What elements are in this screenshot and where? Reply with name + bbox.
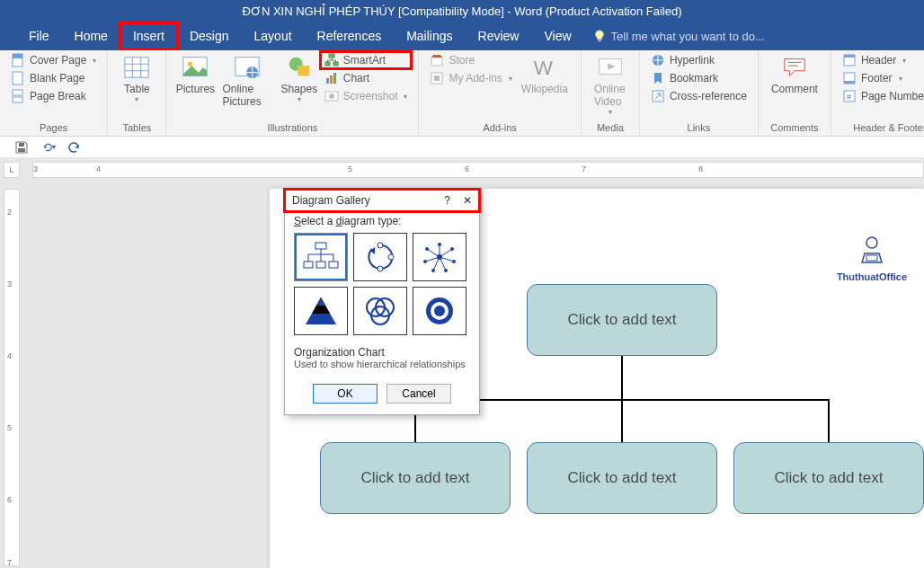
blank-page[interactable]: Blank Page <box>7 70 100 86</box>
table-button[interactable]: Table▾ <box>115 52 158 103</box>
vertical-ruler[interactable]: 2 3 4 5 6 7 <box>4 189 20 566</box>
smartart-node-top[interactable]: Click to add text <box>527 284 717 356</box>
comment-button[interactable]: Comment <box>766 52 823 95</box>
hruler-tick: 8 <box>698 164 703 173</box>
svg-point-55 <box>378 243 383 248</box>
page-break[interactable]: Page Break <box>7 88 100 104</box>
logo-text: ThuthuatOffice <box>829 271 915 282</box>
undo-button[interactable]: ▾ <box>41 140 56 155</box>
svg-point-69 <box>444 269 448 272</box>
watermark-logo: ThuthuatOffice <box>829 234 915 282</box>
bookmark-button[interactable]: Bookmark <box>647 70 751 86</box>
chart-button[interactable]: Chart <box>321 70 412 86</box>
diagram-type-venn[interactable] <box>353 287 407 335</box>
online-pictures-button[interactable]: Online Pictures <box>217 52 277 108</box>
svg-point-24 <box>329 93 334 99</box>
group-pages: Cover Page▾ Blank Page Page Break Pages <box>0 50 108 136</box>
tab-home[interactable]: Home <box>62 23 120 49</box>
document-area: L 3 4 5 6 7 8 2 3 4 5 6 7 ThuthuatOffice… <box>0 158 924 568</box>
shapes-button[interactable]: Shapes▾ <box>278 52 321 103</box>
diagram-type-cycle[interactable] <box>353 233 407 281</box>
svg-rect-6 <box>125 58 148 78</box>
connector <box>828 399 830 442</box>
dialog-help-button[interactable]: ? <box>444 194 450 207</box>
svg-rect-2 <box>13 54 22 58</box>
group-addins: Store My Add-ins▾ WWikipedia Add-ins <box>419 50 581 136</box>
svg-rect-36 <box>844 81 855 84</box>
group-illustrations-label: Illustrations <box>173 122 411 136</box>
horizontal-ruler[interactable]: 3 4 5 6 7 8 <box>32 162 924 178</box>
svg-line-65 <box>427 249 440 257</box>
svg-rect-18 <box>325 62 330 66</box>
page-number-button[interactable]: #Page Number▾ <box>839 88 924 104</box>
svg-point-56 <box>388 254 394 260</box>
diagram-type-radial[interactable] <box>413 233 466 281</box>
tab-layout[interactable]: Layout <box>242 23 305 49</box>
diagram-type-org-chart[interactable] <box>294 233 348 281</box>
tab-review[interactable]: Review <box>466 23 532 49</box>
online-video-button[interactable]: Online Video▾ <box>589 52 632 116</box>
svg-rect-21 <box>330 75 333 84</box>
cross-ref-button[interactable]: Cross-reference <box>647 88 751 104</box>
ruler-corner: L <box>4 162 20 178</box>
dialog-close-button[interactable]: ✕ <box>463 194 472 207</box>
pictures-button[interactable]: Pictures <box>173 52 217 95</box>
person-laptop-icon <box>852 234 892 270</box>
smartart-button[interactable]: SmartArt <box>321 52 412 68</box>
header-icon <box>842 53 857 67</box>
tab-file[interactable]: File <box>16 23 62 49</box>
svg-rect-52 <box>316 262 325 268</box>
svg-point-48 <box>866 237 877 248</box>
tab-insert[interactable]: Insert <box>120 23 177 49</box>
smartart-icon <box>324 53 339 67</box>
footer-button[interactable]: Footer▾ <box>839 70 924 86</box>
svg-rect-5 <box>13 97 22 102</box>
menu-tabs: File Home Insert Design Layout Reference… <box>0 22 924 50</box>
hruler-tick: 3 <box>33 164 38 173</box>
tab-references[interactable]: References <box>305 23 395 49</box>
screenshot-icon <box>324 89 339 103</box>
svg-rect-47 <box>19 143 24 146</box>
hyperlink-icon <box>651 53 665 67</box>
dialog-cancel-button[interactable]: Cancel <box>386 384 451 404</box>
dialog-ok-button[interactable]: OK <box>313 384 378 404</box>
smartart-node-middle[interactable]: Click to add text <box>527 442 717 514</box>
lightbulb-icon <box>593 30 606 42</box>
vruler-tick: 5 <box>7 423 12 432</box>
cover-page[interactable]: Cover Page▾ <box>7 52 100 68</box>
svg-point-70 <box>431 269 435 272</box>
group-media-label: Media <box>589 122 632 136</box>
svg-rect-49 <box>866 255 877 261</box>
smartart-node-right[interactable]: Click to add text <box>733 442 924 514</box>
hruler-tick: 5 <box>348 164 352 173</box>
svg-point-66 <box>438 243 441 246</box>
screenshot-button[interactable]: Screenshot▾ <box>321 88 412 104</box>
header-button[interactable]: Header▾ <box>839 52 924 68</box>
wikipedia-button[interactable]: WWikipedia <box>516 52 573 95</box>
dialog-titlebar[interactable]: Diagram Gallery ? ✕ <box>285 190 479 211</box>
vruler-tick: 4 <box>7 351 12 360</box>
tab-mailings[interactable]: Mailings <box>394 23 465 49</box>
hruler-tick: 7 <box>582 164 586 173</box>
smartart-node-left[interactable]: Click to add text <box>320 442 511 514</box>
diagram-type-pyramid[interactable] <box>294 287 348 335</box>
svg-point-81 <box>434 306 445 316</box>
save-button[interactable] <box>14 140 29 155</box>
dialog-title: Diagram Gallery <box>292 194 370 207</box>
tell-me[interactable]: Tell me what you want to do... <box>593 30 765 43</box>
connector <box>621 399 623 442</box>
chart-icon <box>324 71 339 85</box>
store-button[interactable]: Store <box>426 52 515 68</box>
group-media: Online Video▾ Media <box>582 50 640 136</box>
redo-button[interactable] <box>68 140 83 155</box>
tab-design[interactable]: Design <box>177 23 242 49</box>
my-addins-button[interactable]: My Add-ins▾ <box>426 70 515 86</box>
store-icon <box>430 53 444 67</box>
tab-view[interactable]: View <box>531 23 583 49</box>
online-pictures-icon <box>234 54 261 81</box>
hyperlink-button[interactable]: Hyperlink <box>647 52 751 68</box>
diagram-type-target[interactable] <box>413 287 466 335</box>
hruler-tick: 4 <box>96 164 101 173</box>
bookmark-icon <box>651 71 665 85</box>
svg-rect-50 <box>315 243 326 249</box>
